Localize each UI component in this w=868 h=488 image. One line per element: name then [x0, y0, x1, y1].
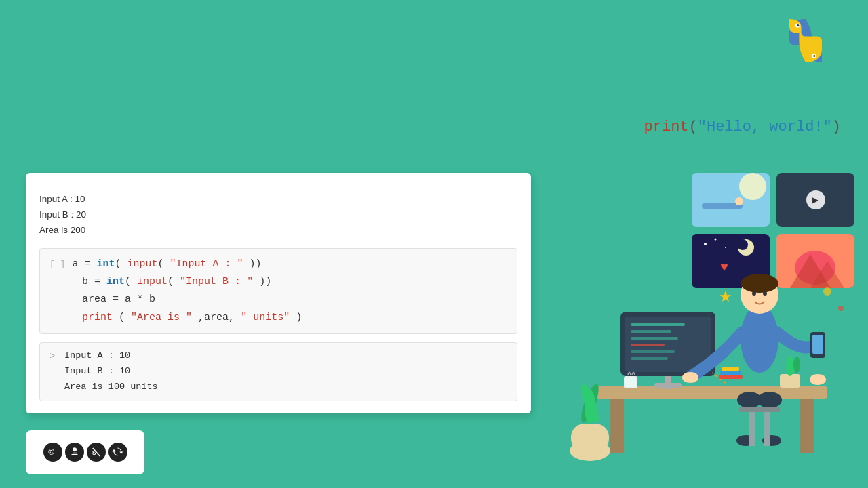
output-icon-row: ▷ Input A : 10 [50, 348, 507, 364]
svg-point-63 [823, 287, 831, 296]
print-keyword: print [644, 119, 689, 136]
svg-text:★: ★ [719, 288, 732, 305]
svg-rect-66 [719, 375, 743, 379]
output-line-3: Area is 100 units [64, 380, 507, 395]
example-output: Input A : 10 Input B : 20 Area is 200 [39, 192, 517, 239]
svg-rect-70 [625, 378, 636, 387]
string-input-b: "Input B : " [180, 276, 253, 287]
svg-text:©: © [48, 447, 54, 456]
example-line-1: Input A : 10 [39, 192, 517, 207]
code-block: [ ] a = int( input( "Input A : " )) b = … [39, 248, 517, 334]
svg-point-60 [786, 356, 794, 376]
svg-rect-68 [722, 367, 739, 371]
output-block: ▷ Input A : 10 Input B : 10 Area is 100 … [39, 342, 517, 401]
string-units: " units" [241, 312, 290, 323]
svg-rect-53 [764, 412, 770, 446]
svg-rect-34 [631, 337, 678, 340]
hello-string: "Hello, world!" [698, 119, 832, 136]
svg-point-3 [813, 55, 815, 57]
code-line-2: b = int( input( "Input B : " )) [50, 273, 507, 291]
sa-icon [108, 443, 127, 462]
cc-icons-row: © $ [43, 443, 127, 462]
svg-rect-6 [73, 452, 77, 453]
run-icon: ▷ [50, 348, 55, 363]
python-logo-area [778, 14, 841, 68]
input-keyword-2: input [137, 276, 167, 287]
svg-rect-26 [610, 399, 624, 453]
input-keyword-1: input [127, 258, 157, 270]
hello-paren: ( [689, 119, 698, 136]
string-area-is: "Area is " [131, 312, 192, 323]
int-keyword-1: int [96, 258, 115, 270]
code-line-1: [ ] a = int( input( "Input A : " )) [50, 256, 507, 273]
svg-rect-33 [631, 330, 671, 333]
python-snake-icon [778, 14, 833, 68]
nc-icon: $ [87, 443, 106, 462]
var-a: a = [72, 258, 96, 270]
run-output-1: Input A : 10 [64, 350, 130, 361]
svg-point-65 [822, 313, 826, 317]
cc-icon: © [43, 443, 62, 462]
svg-point-38 [741, 305, 778, 373]
print-keyword-2: print [82, 312, 113, 323]
illustration-area: ★ [515, 183, 868, 488]
svg-point-58 [585, 390, 595, 424]
by-icon [65, 443, 84, 462]
svg-point-1 [797, 24, 799, 26]
output-line-2: Input B : 10 [64, 364, 507, 380]
svg-point-61 [793, 357, 800, 373]
code-line-3: area = a * b [50, 291, 507, 308]
svg-rect-27 [800, 399, 814, 453]
int-keyword-2: int [106, 276, 125, 287]
svg-rect-37 [631, 357, 668, 360]
svg-rect-7 [71, 454, 77, 455]
svg-rect-45 [812, 335, 823, 354]
code-line-4: print ( "Area is " ,area, " units" ) [50, 309, 507, 327]
code-panel: Input A : 10 Input B : 20 Area is 200 [ … [26, 173, 531, 413]
svg-point-42 [763, 291, 767, 296]
svg-rect-55 [571, 424, 609, 452]
svg-point-48 [757, 392, 782, 408]
example-line-3: Area is 200 [39, 223, 517, 239]
svg-point-5 [73, 447, 77, 451]
string-input-a: "Input A : " [170, 258, 243, 270]
svg-point-41 [752, 291, 756, 296]
svg-point-40 [741, 274, 778, 293]
svg-rect-67 [720, 371, 741, 375]
svg-rect-29 [654, 383, 682, 388]
hello-world-code: print("Hello, world!") [644, 119, 841, 136]
svg-rect-35 [631, 344, 665, 346]
svg-rect-52 [749, 412, 755, 446]
cc-badge: © $ [26, 430, 144, 474]
svg-point-46 [810, 374, 826, 385]
svg-rect-36 [631, 350, 675, 353]
line-bracket: [ ] [50, 257, 65, 272]
svg-point-43 [682, 372, 698, 383]
svg-rect-51 [739, 407, 780, 412]
example-line-2: Input B : 20 [39, 207, 517, 223]
svg-rect-32 [631, 323, 685, 326]
svg-point-64 [838, 306, 844, 311]
close-paren: ) [832, 119, 841, 136]
